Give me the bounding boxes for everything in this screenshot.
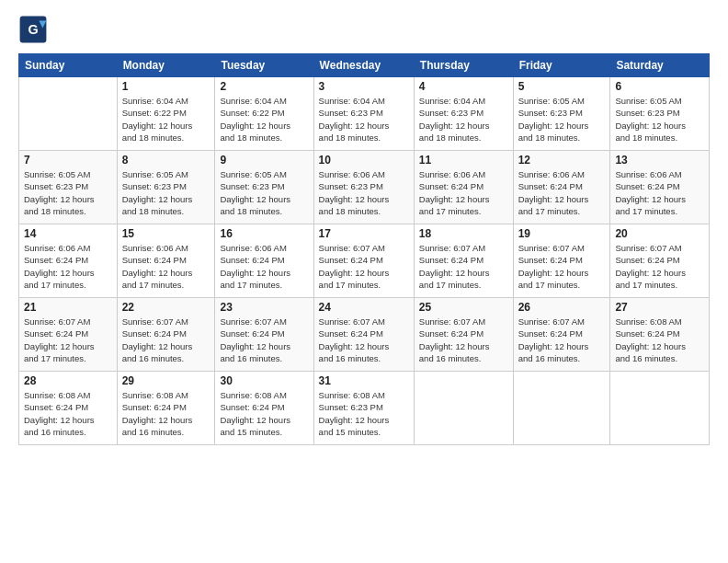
day-cell: 24Sunrise: 6:07 AM Sunset: 6:24 PM Dayli…	[313, 298, 414, 372]
header-cell-saturday: Saturday	[610, 54, 710, 77]
header-cell-friday: Friday	[513, 54, 610, 77]
day-cell: 13Sunrise: 6:06 AM Sunset: 6:24 PM Dayli…	[610, 151, 710, 224]
day-cell: 30Sunrise: 6:08 AM Sunset: 6:24 PM Dayli…	[215, 372, 313, 445]
day-number: 26	[518, 301, 606, 314]
day-cell: 16Sunrise: 6:06 AM Sunset: 6:24 PM Dayli…	[215, 224, 313, 298]
day-info: Sunrise: 6:07 AM Sunset: 6:24 PM Dayligh…	[518, 242, 606, 291]
day-cell	[414, 372, 513, 445]
week-row-3: 14Sunrise: 6:06 AM Sunset: 6:24 PM Dayli…	[19, 224, 710, 298]
day-info: Sunrise: 6:06 AM Sunset: 6:24 PM Dayligh…	[122, 242, 210, 291]
day-number: 4	[419, 80, 508, 93]
day-cell: 26Sunrise: 6:07 AM Sunset: 6:24 PM Dayli…	[513, 298, 610, 372]
day-number: 13	[615, 154, 704, 167]
day-cell: 4Sunrise: 6:04 AM Sunset: 6:23 PM Daylig…	[414, 77, 513, 151]
day-number: 3	[319, 80, 409, 93]
day-info: Sunrise: 6:06 AM Sunset: 6:23 PM Dayligh…	[319, 168, 409, 217]
day-cell: 29Sunrise: 6:08 AM Sunset: 6:24 PM Dayli…	[117, 372, 215, 445]
logo-icon: G	[18, 15, 48, 44]
day-cell: 10Sunrise: 6:06 AM Sunset: 6:23 PM Dayli…	[313, 151, 414, 224]
day-info: Sunrise: 6:08 AM Sunset: 6:24 PM Dayligh…	[615, 316, 704, 364]
day-cell: 28Sunrise: 6:08 AM Sunset: 6:24 PM Dayli…	[19, 372, 118, 445]
day-info: Sunrise: 6:06 AM Sunset: 6:24 PM Dayligh…	[615, 168, 704, 217]
header-row: SundayMondayTuesdayWednesdayThursdayFrid…	[19, 54, 710, 77]
day-cell	[610, 372, 710, 445]
day-cell: 14Sunrise: 6:06 AM Sunset: 6:24 PM Dayli…	[19, 224, 118, 298]
page: G SundayMondayTuesdayWednesdayThursdayFr…	[0, 0, 728, 563]
day-cell: 19Sunrise: 6:07 AM Sunset: 6:24 PM Dayli…	[513, 224, 610, 298]
day-number: 8	[122, 154, 210, 167]
day-info: Sunrise: 6:05 AM Sunset: 6:23 PM Dayligh…	[518, 95, 606, 144]
day-cell: 3Sunrise: 6:04 AM Sunset: 6:23 PM Daylig…	[313, 77, 414, 151]
day-cell	[513, 372, 610, 445]
calendar-table: SundayMondayTuesdayWednesdayThursdayFrid…	[18, 53, 710, 445]
week-row-2: 7Sunrise: 6:05 AM Sunset: 6:23 PM Daylig…	[19, 151, 710, 224]
day-number: 30	[220, 374, 308, 387]
header-cell-monday: Monday	[117, 54, 215, 77]
week-row-1: 1Sunrise: 6:04 AM Sunset: 6:22 PM Daylig…	[19, 77, 710, 151]
day-info: Sunrise: 6:07 AM Sunset: 6:24 PM Dayligh…	[319, 316, 409, 364]
day-cell: 9Sunrise: 6:05 AM Sunset: 6:23 PM Daylig…	[215, 151, 313, 224]
day-info: Sunrise: 6:07 AM Sunset: 6:24 PM Dayligh…	[122, 316, 210, 364]
day-cell: 2Sunrise: 6:04 AM Sunset: 6:22 PM Daylig…	[215, 77, 313, 151]
day-cell: 25Sunrise: 6:07 AM Sunset: 6:24 PM Dayli…	[414, 298, 513, 372]
day-info: Sunrise: 6:05 AM Sunset: 6:23 PM Dayligh…	[122, 168, 210, 217]
day-number: 6	[615, 80, 704, 93]
day-cell: 17Sunrise: 6:07 AM Sunset: 6:24 PM Dayli…	[313, 224, 414, 298]
day-info: Sunrise: 6:08 AM Sunset: 6:24 PM Dayligh…	[220, 389, 308, 438]
day-cell: 5Sunrise: 6:05 AM Sunset: 6:23 PM Daylig…	[513, 77, 610, 151]
day-number: 9	[220, 154, 308, 167]
day-cell: 1Sunrise: 6:04 AM Sunset: 6:22 PM Daylig…	[117, 77, 215, 151]
day-number: 18	[419, 227, 508, 240]
header-cell-thursday: Thursday	[414, 54, 513, 77]
day-number: 10	[319, 154, 409, 167]
day-info: Sunrise: 6:06 AM Sunset: 6:24 PM Dayligh…	[419, 168, 508, 217]
header-cell-sunday: Sunday	[19, 54, 118, 77]
day-info: Sunrise: 6:07 AM Sunset: 6:24 PM Dayligh…	[419, 242, 508, 291]
day-info: Sunrise: 6:06 AM Sunset: 6:24 PM Dayligh…	[24, 242, 112, 291]
logo: G	[18, 15, 51, 44]
day-cell: 22Sunrise: 6:07 AM Sunset: 6:24 PM Dayli…	[117, 298, 215, 372]
day-number: 17	[319, 227, 409, 240]
day-info: Sunrise: 6:04 AM Sunset: 6:22 PM Dayligh…	[220, 95, 308, 144]
day-number: 11	[419, 154, 508, 167]
day-number: 5	[518, 80, 606, 93]
day-cell: 8Sunrise: 6:05 AM Sunset: 6:23 PM Daylig…	[117, 151, 215, 224]
day-number: 23	[220, 301, 308, 314]
day-info: Sunrise: 6:05 AM Sunset: 6:23 PM Dayligh…	[615, 95, 704, 144]
day-cell: 27Sunrise: 6:08 AM Sunset: 6:24 PM Dayli…	[610, 298, 710, 372]
day-number: 29	[122, 374, 210, 387]
day-info: Sunrise: 6:04 AM Sunset: 6:23 PM Dayligh…	[319, 95, 409, 144]
day-cell: 11Sunrise: 6:06 AM Sunset: 6:24 PM Dayli…	[414, 151, 513, 224]
header-cell-tuesday: Tuesday	[215, 54, 313, 77]
header: G	[18, 15, 710, 44]
day-info: Sunrise: 6:04 AM Sunset: 6:22 PM Dayligh…	[122, 95, 210, 144]
day-number: 27	[615, 301, 704, 314]
day-info: Sunrise: 6:05 AM Sunset: 6:23 PM Dayligh…	[24, 168, 112, 217]
day-number: 16	[220, 227, 308, 240]
day-number: 14	[24, 227, 112, 240]
day-info: Sunrise: 6:07 AM Sunset: 6:24 PM Dayligh…	[615, 242, 704, 291]
day-number: 19	[518, 227, 606, 240]
day-number: 7	[24, 154, 112, 167]
day-number: 28	[24, 374, 112, 387]
day-cell: 23Sunrise: 6:07 AM Sunset: 6:24 PM Dayli…	[215, 298, 313, 372]
day-number: 20	[615, 227, 704, 240]
day-number: 21	[24, 301, 112, 314]
day-info: Sunrise: 6:08 AM Sunset: 6:24 PM Dayligh…	[122, 389, 210, 438]
day-cell: 7Sunrise: 6:05 AM Sunset: 6:23 PM Daylig…	[19, 151, 118, 224]
day-info: Sunrise: 6:08 AM Sunset: 6:24 PM Dayligh…	[24, 389, 112, 438]
header-cell-wednesday: Wednesday	[313, 54, 414, 77]
day-cell: 21Sunrise: 6:07 AM Sunset: 6:24 PM Dayli…	[19, 298, 118, 372]
day-number: 2	[220, 80, 308, 93]
week-row-5: 28Sunrise: 6:08 AM Sunset: 6:24 PM Dayli…	[19, 372, 710, 445]
day-cell: 6Sunrise: 6:05 AM Sunset: 6:23 PM Daylig…	[610, 77, 710, 151]
day-cell: 12Sunrise: 6:06 AM Sunset: 6:24 PM Dayli…	[513, 151, 610, 224]
svg-text:G: G	[28, 22, 38, 37]
week-row-4: 21Sunrise: 6:07 AM Sunset: 6:24 PM Dayli…	[19, 298, 710, 372]
day-info: Sunrise: 6:07 AM Sunset: 6:24 PM Dayligh…	[24, 316, 112, 364]
day-cell: 20Sunrise: 6:07 AM Sunset: 6:24 PM Dayli…	[610, 224, 710, 298]
day-info: Sunrise: 6:07 AM Sunset: 6:24 PM Dayligh…	[419, 316, 508, 364]
day-info: Sunrise: 6:06 AM Sunset: 6:24 PM Dayligh…	[220, 242, 308, 291]
day-info: Sunrise: 6:07 AM Sunset: 6:24 PM Dayligh…	[319, 242, 409, 291]
day-number: 31	[319, 374, 409, 387]
